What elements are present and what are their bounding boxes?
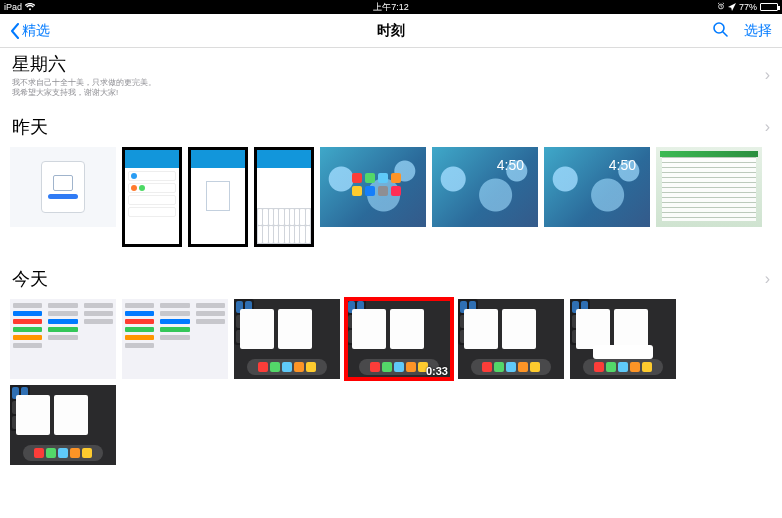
chevron-right-icon: › [765,66,770,84]
nav-bar: 精选 时刻 选择 [0,14,782,48]
section-title: 今天 [12,267,48,291]
select-button[interactable]: 选择 [744,22,772,40]
photo-thumb[interactable] [10,299,116,379]
search-button[interactable] [712,21,728,40]
photo-thumb[interactable] [570,299,676,379]
location-icon [728,3,736,11]
photo-thumb[interactable] [254,147,314,247]
video-thumb-highlighted[interactable]: 0:33 [346,299,452,379]
lock-clock: 4:50 [609,157,636,173]
photo-thumb[interactable] [320,147,426,227]
photo-thumb[interactable] [656,147,762,227]
photo-thumb[interactable] [188,147,248,247]
battery-pct: 77% [739,2,757,12]
section-header-today[interactable]: 今天 › [0,263,782,293]
photo-thumb[interactable] [234,299,340,379]
section-subtitle: 我不求自己十全十美，只求做的更完美。 我希望大家支持我，谢谢大家! [12,78,156,99]
dnd-moon-icon [706,3,714,11]
alarm-icon [717,2,725,12]
photo-thumb[interactable] [10,147,116,227]
photo-thumb[interactable]: 4:50 [544,147,650,227]
device-label: iPad [4,2,22,12]
lock-clock: 4:50 [497,157,524,173]
photo-thumb[interactable] [10,385,116,465]
photo-thumb[interactable]: 4:50 [432,147,538,227]
back-label: 精选 [22,22,50,40]
section-title: 昨天 [12,115,48,139]
chevron-right-icon: › [765,118,770,136]
chevron-right-icon: › [765,270,770,288]
search-icon [712,21,728,37]
wifi-icon [25,3,35,11]
video-duration: 0:33 [426,365,448,377]
status-time: 上午7:12 [373,1,409,14]
photo-thumb[interactable] [122,147,182,247]
today-grid: 0:33 [0,293,782,471]
section-header-yesterday[interactable]: 昨天 › [0,111,782,141]
section-title: 星期六 [12,52,156,76]
moments-scroll[interactable]: 星期六 我不求自己十全十美，只求做的更完美。 我希望大家支持我，谢谢大家! › … [0,48,782,518]
chevron-left-icon [10,23,20,39]
photo-thumb[interactable] [458,299,564,379]
section-header-saturday[interactable]: 星期六 我不求自己十全十美，只求做的更完美。 我希望大家支持我，谢谢大家! › [0,48,782,101]
battery-icon [760,3,778,11]
photo-thumb[interactable] [122,299,228,379]
page-title: 时刻 [377,22,405,40]
yesterday-grid: 4:50 4:50 [0,141,782,253]
status-bar: iPad 上午7:12 77% [0,0,782,14]
back-button[interactable]: 精选 [10,22,50,40]
